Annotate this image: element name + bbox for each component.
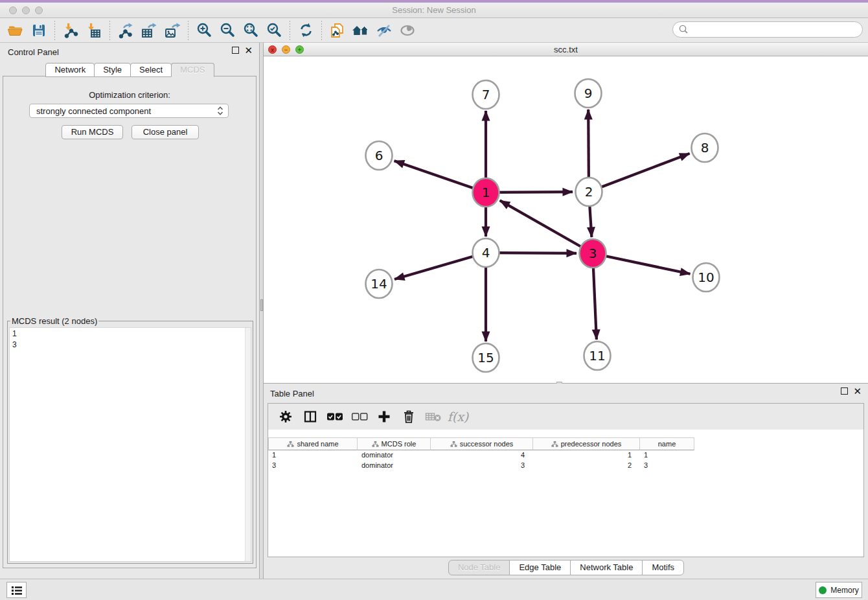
- tab-select[interactable]: Select: [130, 63, 172, 77]
- table-settings-button[interactable]: [275, 406, 297, 427]
- select-all-checks-button[interactable]: [324, 406, 346, 427]
- column-header-shared-name[interactable]: shared name: [268, 437, 358, 450]
- float-panel-icon[interactable]: [232, 47, 239, 54]
- zoom-out-button[interactable]: [216, 20, 239, 41]
- node-label: 8: [701, 140, 709, 156]
- result-scrollbar[interactable]: [245, 328, 251, 561]
- cell[interactable]: 1: [268, 450, 358, 461]
- add-row-button[interactable]: [373, 406, 395, 427]
- column-header-MCDS-role[interactable]: MCDS role: [358, 437, 431, 450]
- tab-node-table[interactable]: Node Table: [448, 560, 510, 575]
- fx-icon: f(x): [448, 410, 469, 424]
- table-row[interactable]: 1dominator411: [268, 450, 863, 461]
- splitter-handle[interactable]: [260, 299, 263, 311]
- node-2[interactable]: 2: [576, 178, 602, 206]
- cell[interactable]: dominator: [358, 461, 431, 471]
- cell[interactable]: 3: [431, 461, 533, 471]
- node-9[interactable]: 9: [575, 79, 602, 108]
- export-image-icon: [164, 22, 181, 39]
- network-canvas[interactable]: 7968124314101511: [264, 56, 868, 383]
- deselect-all-checks-button[interactable]: [348, 406, 371, 427]
- cell[interactable]: dominator: [358, 450, 431, 461]
- vertical-splitter[interactable]: [259, 43, 264, 579]
- edge-4-14[interactable]: [394, 253, 486, 279]
- show-columns-button[interactable]: [299, 406, 321, 427]
- network-graph[interactable]: 7968124314101511: [264, 56, 868, 383]
- import-table-button[interactable]: [82, 20, 106, 41]
- zoom-selected-button[interactable]: [262, 20, 286, 41]
- cell[interactable]: 3: [268, 461, 358, 471]
- export-network-button[interactable]: [114, 20, 137, 41]
- mcds-result-area[interactable]: 1 3: [9, 327, 251, 562]
- tab-motifs[interactable]: Motifs: [642, 560, 684, 575]
- delete-table-button[interactable]: [422, 406, 444, 427]
- cell[interactable]: 2: [533, 461, 640, 471]
- cell[interactable]: 4: [431, 450, 533, 461]
- memory-button[interactable]: Memory: [816, 582, 862, 598]
- close-table-panel-icon[interactable]: ✕: [853, 387, 862, 395]
- window-title: Session: New Session: [0, 5, 868, 15]
- cell[interactable]: 3: [640, 461, 694, 471]
- edge-3-10[interactable]: [593, 253, 691, 274]
- import-network-button[interactable]: [59, 20, 82, 41]
- cell[interactable]: 1: [640, 450, 694, 461]
- search-input[interactable]: [689, 23, 862, 36]
- control-panel: Control Panel ✕ NetworkStyleSelectMCDS O…: [0, 43, 259, 579]
- node-6[interactable]: 6: [366, 141, 393, 170]
- node-4[interactable]: 4: [473, 238, 499, 267]
- node-15[interactable]: 15: [473, 343, 499, 372]
- first-neighbors-button[interactable]: [349, 20, 372, 41]
- tab-network[interactable]: Network: [45, 63, 95, 77]
- tab-edge-table[interactable]: Edge Table: [509, 560, 571, 575]
- zoom-fit-button[interactable]: [239, 20, 262, 41]
- cell[interactable]: 1: [533, 450, 640, 461]
- edge-1-6[interactable]: [394, 161, 486, 192]
- close-panel-icon[interactable]: ✕: [244, 47, 253, 54]
- hierarchy-icon: [287, 441, 294, 448]
- function-builder-button[interactable]: f(x): [447, 406, 469, 427]
- criterion-select[interactable]: strongly connected component: [29, 104, 229, 118]
- close-panel-button[interactable]: Close panel: [131, 125, 199, 139]
- column-header-predecessor-nodes[interactable]: predecessor nodes: [533, 437, 640, 450]
- node-label: 3: [589, 246, 597, 261]
- show-graphics-details-button[interactable]: [396, 20, 419, 41]
- node-10[interactable]: 10: [693, 263, 720, 292]
- table-row[interactable]: 3dominator323: [268, 461, 863, 471]
- task-history-button[interactable]: [6, 582, 27, 598]
- tab-style[interactable]: Style: [94, 63, 131, 77]
- export-table-button[interactable]: [137, 20, 161, 41]
- control-panel-header: Control Panel ✕: [0, 43, 259, 61]
- export-image-button[interactable]: [161, 20, 184, 41]
- node-11[interactable]: 11: [584, 341, 611, 370]
- edge-3-1[interactable]: [500, 200, 593, 253]
- node-7[interactable]: 7: [473, 80, 499, 109]
- eye-icon: [399, 23, 416, 38]
- tab-mcds[interactable]: MCDS: [171, 63, 214, 77]
- zoom-in-button[interactable]: [192, 20, 216, 41]
- status-bar: Memory: [0, 579, 868, 600]
- node-1[interactable]: 1: [473, 178, 499, 207]
- save-session-button[interactable]: [27, 20, 51, 41]
- hide-selected-button[interactable]: [372, 20, 396, 41]
- node-label: 4: [482, 245, 490, 260]
- list-icon: [11, 585, 23, 595]
- node-label: 7: [482, 87, 490, 102]
- node-label: 1: [482, 185, 490, 200]
- column-header-name[interactable]: name: [640, 437, 694, 450]
- open-session-button[interactable]: [4, 20, 27, 41]
- column-header-successor-nodes[interactable]: successor nodes: [431, 437, 533, 450]
- delete-row-button[interactable]: [398, 406, 420, 427]
- node-3[interactable]: 3: [580, 239, 606, 268]
- float-table-panel-icon[interactable]: [841, 387, 848, 395]
- node-8[interactable]: 8: [692, 133, 718, 162]
- table-toolbar: f(x): [268, 404, 863, 430]
- tab-network-table[interactable]: Network Table: [570, 560, 643, 575]
- clone-network-button[interactable]: [326, 20, 349, 41]
- node-14[interactable]: 14: [366, 270, 393, 298]
- edge-2-8[interactable]: [589, 154, 690, 192]
- run-mcds-button[interactable]: Run MCDS: [62, 125, 123, 139]
- memory-label: Memory: [830, 586, 858, 595]
- search-box[interactable]: [672, 21, 863, 38]
- refresh-button[interactable]: [294, 20, 317, 41]
- eye-slash-icon: [376, 23, 393, 38]
